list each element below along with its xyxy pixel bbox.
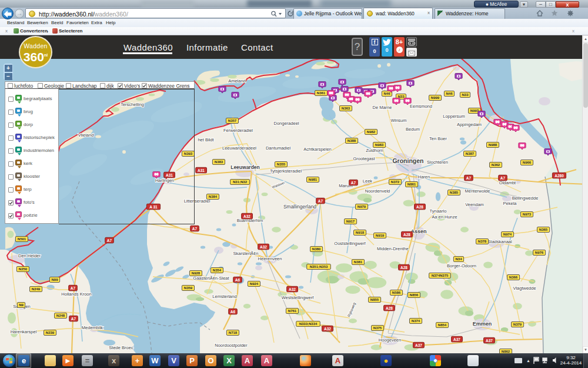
svg-text:N46: N46 xyxy=(383,92,390,95)
svg-text:N385: N385 xyxy=(450,191,459,194)
svg-text:A28: A28 xyxy=(386,306,393,310)
svg-text:Stadskanaal: Stadskanaal xyxy=(487,239,512,244)
svg-text:Midden-Drenthe: Midden-Drenthe xyxy=(377,246,409,251)
svg-text:N918: N918 xyxy=(356,231,365,234)
svg-text:N387: N387 xyxy=(466,152,475,155)
svg-text:N861: N861 xyxy=(407,183,416,186)
svg-text:Tynaarlo: Tynaarlo xyxy=(430,208,447,214)
svg-text:N365: N365 xyxy=(539,228,548,231)
svg-text:N239: N239 xyxy=(46,331,55,334)
svg-text:Eemsmond: Eemsmond xyxy=(410,104,432,109)
svg-text:N983: N983 xyxy=(375,143,384,147)
svg-text:N375: N375 xyxy=(373,326,382,330)
svg-text:Oldambt: Oldambt xyxy=(499,180,516,185)
svg-text:A31: A31 xyxy=(198,168,205,173)
svg-text:A28: A28 xyxy=(416,205,423,209)
svg-text:A6: A6 xyxy=(230,310,236,314)
svg-text:N46: N46 xyxy=(446,92,453,95)
svg-text:A37: A37 xyxy=(453,337,460,342)
svg-text:Appingedam: Appingedam xyxy=(457,122,482,127)
svg-text:Lemsterland: Lemsterland xyxy=(212,294,236,299)
svg-text:N383: N383 xyxy=(215,160,223,164)
svg-text:Harenkarspel: Harenkarspel xyxy=(11,329,37,334)
svg-text:N379: N379 xyxy=(513,323,522,326)
svg-text:N501: N501 xyxy=(18,237,26,241)
svg-text:Den Helder: Den Helder xyxy=(18,253,41,258)
svg-text:A7: A7 xyxy=(500,176,506,180)
svg-text:Leeuwarden: Leeuwarden xyxy=(230,164,260,170)
svg-text:N248: N248 xyxy=(56,314,65,317)
svg-text:A7: A7 xyxy=(71,317,76,321)
svg-text:Emmen: Emmen xyxy=(473,321,492,327)
svg-text:N855: N855 xyxy=(370,298,379,301)
svg-text:A7: A7 xyxy=(192,227,198,231)
svg-text:Pekela: Pekela xyxy=(503,201,517,206)
svg-text:N333;N334: N333;N334 xyxy=(299,322,318,326)
svg-text:N974: N974 xyxy=(503,233,512,236)
svg-text:Groningen: Groningen xyxy=(392,157,423,164)
svg-text:N362: N362 xyxy=(492,163,500,167)
svg-text:N988: N988 xyxy=(489,143,497,147)
svg-text:N854: N854 xyxy=(438,323,447,327)
svg-text:Bellingwedde: Bellingwedde xyxy=(512,195,539,201)
svg-text:N966: N966 xyxy=(523,161,532,164)
svg-text:N249: N249 xyxy=(32,287,41,291)
svg-text:N761: N761 xyxy=(288,309,297,313)
svg-text:Winsum: Winsum xyxy=(390,118,406,123)
svg-text:N381: N381 xyxy=(354,260,363,264)
svg-text:A32: A32 xyxy=(289,287,296,291)
svg-text:A7: A7 xyxy=(107,238,112,243)
svg-text:Weststellingwerf: Weststellingwerf xyxy=(282,295,314,300)
svg-text:Vlagtwedde: Vlagtwedde xyxy=(513,286,536,291)
svg-text:Dantumadiel: Dantumadiel xyxy=(266,145,290,151)
svg-text:N357: N357 xyxy=(228,119,237,122)
svg-text:Zuidhorn: Zuidhorn xyxy=(366,148,383,153)
svg-text:N366: N366 xyxy=(509,276,518,279)
svg-text:N31;N32: N31;N32 xyxy=(233,180,248,184)
svg-text:N856: N856 xyxy=(410,293,419,297)
svg-text:De Marne: De Marne xyxy=(373,105,392,110)
svg-text:N976: N976 xyxy=(535,251,544,254)
svg-text:Slochteren: Slochteren xyxy=(427,160,448,165)
svg-text:A7: A7 xyxy=(71,286,76,290)
svg-text:A37: A37 xyxy=(486,339,493,343)
svg-text:N919: N919 xyxy=(376,234,385,237)
svg-text:N34: N34 xyxy=(455,257,462,261)
svg-text:N928: N928 xyxy=(192,271,201,275)
svg-text:N9: N9 xyxy=(19,303,24,307)
svg-text:N586: N586 xyxy=(392,291,401,294)
svg-text:N982: N982 xyxy=(367,130,376,134)
svg-text:N374N375: N374N375 xyxy=(432,274,449,277)
svg-text:A6: A6 xyxy=(235,278,240,282)
svg-text:Noordoostpolder: Noordoostpolder xyxy=(215,343,248,348)
svg-text:N250: N250 xyxy=(19,267,28,271)
svg-text:A37: A37 xyxy=(415,343,422,347)
svg-text:Dongeradeel: Dongeradeel xyxy=(274,121,299,126)
svg-text:N363: N363 xyxy=(342,107,350,110)
svg-text:N361: N361 xyxy=(317,91,326,95)
svg-text:A7: A7 xyxy=(318,199,323,203)
svg-text:Tytsjerksteradiel: Tytsjerksteradiel xyxy=(270,168,302,174)
svg-text:Hoogeveen: Hoogeveen xyxy=(379,337,401,343)
svg-text:N917: N917 xyxy=(346,220,355,223)
svg-text:A28: A28 xyxy=(403,233,410,237)
svg-text:Menterwolde: Menterwolde xyxy=(465,188,490,194)
svg-text:A32: A32 xyxy=(324,327,331,331)
svg-text:A7: A7 xyxy=(466,176,472,180)
svg-text:het Bildt: het Bildt xyxy=(198,137,214,142)
svg-text:N378: N378 xyxy=(478,240,487,243)
svg-text:N924: N924 xyxy=(250,282,259,286)
svg-text:N355: N355 xyxy=(277,163,286,166)
svg-text:N354: N354 xyxy=(213,268,222,272)
svg-text:Grootegast: Grootegast xyxy=(353,156,375,161)
svg-text:A7: A7 xyxy=(351,181,356,185)
svg-text:Achtkarspelen: Achtkarspelen xyxy=(303,147,332,152)
svg-text:N351;N353: N351;N353 xyxy=(310,265,328,268)
svg-text:Veendam: Veendam xyxy=(465,202,484,207)
svg-text:Assen: Assen xyxy=(410,228,426,234)
svg-text:N973: N973 xyxy=(523,213,532,216)
svg-text:N374: N374 xyxy=(412,319,420,323)
svg-text:N99: N99 xyxy=(51,278,58,281)
svg-text:N999: N999 xyxy=(431,96,440,100)
svg-text:N862: N862 xyxy=(502,350,510,353)
